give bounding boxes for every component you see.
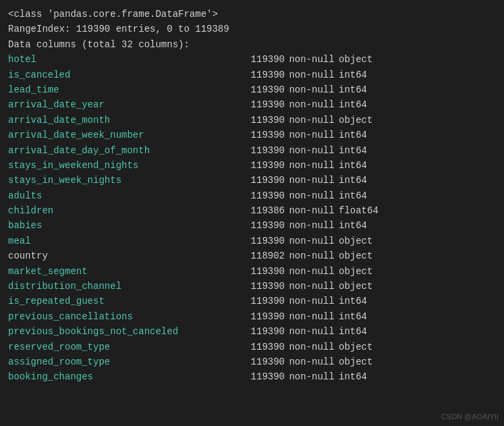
table-row: lead_time 119390 non-null int64 [8,82,496,97]
column-name: distribution_channel [8,279,237,294]
table-row: stays_in_weekend_nights 119390 non-null … [8,158,496,173]
table-row: adults 119390 non-null int64 [8,188,496,203]
table-row: previous_bookings_not_canceled 119390 no… [8,324,496,339]
column-name: arrival_date_day_of_month [8,143,237,158]
table-row: arrival_date_week_number 119390 non-null… [8,128,496,142]
column-null: non-null [285,143,339,158]
column-null: non-null [285,82,339,97]
column-name: children [8,203,237,218]
column-name: babies [8,218,237,233]
column-dtype: int64 [339,324,367,339]
column-name: previous_cancellations [8,309,237,324]
table-row: babies 119390 non-null int64 [8,218,496,233]
column-null: non-null [285,340,339,354]
column-dtype: int64 [339,294,367,309]
data-columns-line: Data columns (total 32 columns): [8,37,496,52]
column-name: arrival_date_month [8,113,237,128]
column-null: non-null [285,52,339,67]
column-null: non-null [285,158,339,173]
column-dtype: object [339,113,372,128]
table-row: is_repeated_guest 119390 non-null int64 [8,294,496,309]
column-count: 119386 [237,203,285,218]
column-dtype: object [339,234,372,248]
column-dtype: object [339,279,372,294]
column-dtype: object [339,264,372,279]
column-dtype: int64 [339,369,367,384]
column-name: arrival_date_year [8,97,237,112]
column-dtype: object [339,340,372,354]
column-count: 119390 [237,354,285,369]
column-null: non-null [285,279,339,294]
column-count: 118902 [237,248,285,263]
column-name: booking_changes [8,369,237,384]
column-name: reserved_room_type [8,340,237,354]
column-null: non-null [285,218,339,233]
column-count: 119390 [237,324,285,339]
column-null: non-null [285,248,339,263]
column-name: market_segment [8,264,237,279]
column-null: non-null [285,369,339,384]
table-row: arrival_date_month 119390 non-null objec… [8,113,496,128]
table-row: reserved_room_type 119390 non-null objec… [8,340,496,354]
column-count: 119390 [237,143,285,158]
column-dtype: float64 [339,203,379,218]
column-name: hotel [8,52,237,67]
column-dtype: int64 [339,68,367,82]
column-count: 119390 [237,128,285,142]
table-row: is_canceled 119390 non-null int64 [8,68,496,82]
column-name: arrival_date_week_number [8,128,237,142]
table-row: market_segment 119390 non-null object [8,264,496,279]
column-dtype: int64 [339,218,367,233]
column-name: stays_in_weekend_nights [8,158,237,173]
column-null: non-null [285,113,339,128]
column-count: 119390 [237,294,285,309]
column-count: 119390 [237,369,285,384]
table-row: children 119386 non-null float64 [8,203,496,218]
table-row: assigned_room_type 119390 non-null objec… [8,354,496,369]
column-count: 119390 [237,309,285,324]
column-name: lead_time [8,82,237,97]
table-row: arrival_date_year 119390 non-null int64 [8,97,496,112]
table-row: previous_cancellations 119390 non-null i… [8,309,496,324]
column-null: non-null [285,354,339,369]
column-null: non-null [285,234,339,248]
table-row: arrival_date_day_of_month 119390 non-nul… [8,143,496,158]
class-line: <class 'pandas.core.frame.DataFrame'> [8,7,496,22]
column-null: non-null [285,203,339,218]
column-count: 119390 [237,113,285,128]
column-dtype: int64 [339,128,367,142]
column-count: 119390 [237,264,285,279]
column-count: 119390 [237,68,285,82]
column-dtype: int64 [339,158,367,173]
column-null: non-null [285,309,339,324]
column-dtype: int64 [339,188,367,203]
column-null: non-null [285,68,339,82]
output-container: <class 'pandas.core.frame.DataFrame'> Ra… [8,7,496,385]
column-count: 119390 [237,158,285,173]
table-row: meal 119390 non-null object [8,234,496,248]
column-count: 119390 [237,82,285,97]
column-name: meal [8,234,237,248]
column-name: assigned_room_type [8,354,237,369]
column-null: non-null [285,97,339,112]
table-row: hotel 119390 non-null object [8,52,496,67]
table-row: country 118902 non-null object [8,248,496,263]
column-name: is_canceled [8,68,237,82]
column-count: 119390 [237,218,285,233]
column-null: non-null [285,264,339,279]
column-count: 119390 [237,97,285,112]
column-count: 119390 [237,234,285,248]
column-null: non-null [285,324,339,339]
table-row: stays_in_week_nights 119390 non-null int… [8,173,496,188]
column-null: non-null [285,128,339,142]
column-dtype: int64 [339,143,367,158]
column-count: 119390 [237,173,285,188]
column-count: 119390 [237,188,285,203]
range-index-line: RangeIndex: 119390 entries, 0 to 119389 [8,22,496,36]
column-count: 119390 [237,52,285,67]
column-null: non-null [285,173,339,188]
table-row: distribution_channel 119390 non-null obj… [8,279,496,294]
watermark: CSDN @AOAIYII [441,412,499,421]
column-dtype: int64 [339,309,367,324]
column-name: stays_in_week_nights [8,173,237,188]
